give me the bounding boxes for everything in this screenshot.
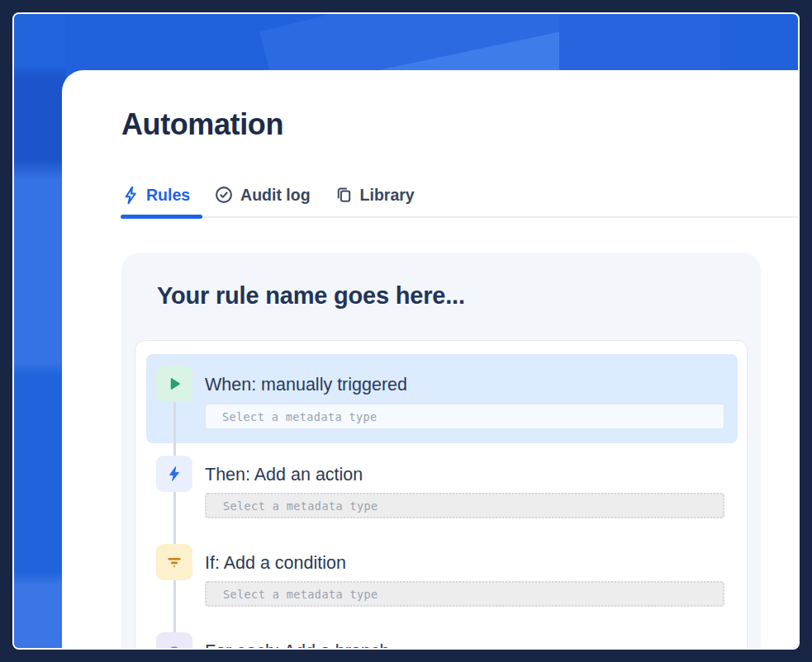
- tab-label: Audit log: [240, 186, 310, 205]
- trigger-row-highlight: [146, 354, 738, 443]
- tab-label: Library: [360, 186, 415, 205]
- filter-icon: [156, 544, 192, 580]
- copy-icon: [335, 186, 353, 204]
- field-placeholder: Select a metadata type: [223, 499, 378, 513]
- tab-rules[interactable]: Rules: [121, 186, 190, 205]
- step-title-trigger[interactable]: When: manually triggered: [205, 374, 407, 395]
- marketing-frame: Automation Rules: [0, 0, 812, 662]
- hero-shape: [14, 14, 65, 648]
- tab-audit-log[interactable]: Audit log: [215, 186, 310, 205]
- step-title-condition[interactable]: If: Add a condition: [205, 552, 346, 574]
- metadata-select-trigger[interactable]: Select a metadata type: [205, 404, 724, 429]
- check-circle-icon: [215, 186, 233, 204]
- field-placeholder: Select a metadata type: [222, 410, 378, 423]
- tab-label: Rules: [146, 186, 190, 205]
- rule-steps-card: When: manually triggered Select a metada…: [135, 340, 748, 650]
- bolt-icon: [156, 456, 192, 492]
- browser-surface: Automation Rules: [12, 12, 800, 650]
- tab-library[interactable]: Library: [335, 186, 415, 205]
- automation-panel: Automation Rules: [62, 70, 798, 648]
- rule-name-placeholder[interactable]: Your rule name goes here...: [157, 282, 465, 310]
- metadata-select-condition[interactable]: Select a metadata type: [205, 581, 724, 607]
- bolt-icon: [121, 186, 139, 205]
- active-tab-indicator: [121, 215, 202, 219]
- metadata-select-action[interactable]: Select a metadata type: [205, 493, 724, 518]
- play-icon: [156, 366, 192, 402]
- field-placeholder: Select a metadata type: [223, 588, 378, 601]
- tab-bar: Rules Audit log: [121, 182, 415, 207]
- tab-divider: [121, 216, 798, 218]
- page-title: Automation: [121, 106, 283, 143]
- step-title-action[interactable]: Then: Add an action: [205, 464, 363, 485]
- step-connector-line: [173, 402, 176, 650]
- branch-icon: [156, 632, 192, 650]
- step-title-branch[interactable]: For each: Add a branch: [205, 641, 390, 650]
- rule-card: Your rule name goes here... When: manual…: [121, 253, 761, 650]
